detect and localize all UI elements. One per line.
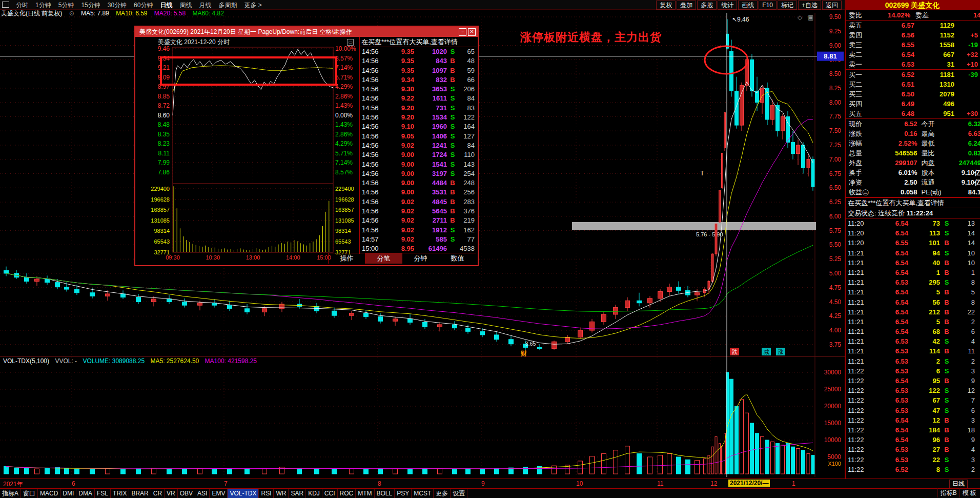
indicator-tab-设置[interactable]: 设置 [451, 489, 467, 498]
grid-icon[interactable] [2, 2, 9, 8]
svg-text:4.50: 4.50 [829, 298, 842, 306]
svg-text:196628: 196628 [151, 196, 170, 203]
period-menu-60分钟[interactable]: 60分钟 [130, 1, 156, 10]
svg-text:15000: 15000 [824, 420, 842, 427]
sidebar-tick-row: 11:216.53114B11 [846, 346, 980, 356]
top-right-menu: 复权叠加多股统计画线F10标记+自选返回 [655, 0, 842, 9]
period-menu-30分钟[interactable]: 30分钟 [104, 1, 130, 10]
sidebar-tick-row: 11:216.545B2 [846, 317, 980, 327]
period-menu-分时[interactable]: 分时 [12, 1, 32, 10]
toolbar-button-统计[interactable]: 统计 [718, 1, 737, 10]
ask-row: 卖一6.5331+10 [846, 59, 980, 69]
vol-ma5-value: MA5: 2527624.50 [151, 357, 199, 365]
restore-icon[interactable]: ▫ [459, 28, 466, 36]
close-icon[interactable]: ✕ [468, 28, 476, 36]
indicator-tab-TRIX[interactable]: TRIX [111, 489, 129, 498]
period-menu-15分钟[interactable]: 15分钟 [77, 1, 104, 10]
indicator-tab-ROC[interactable]: ROC [338, 489, 356, 498]
indicator-bar: 指标A窗口MACDDMIDMAFSLTRIXBRARCRVROBVASIEMVV… [0, 488, 980, 498]
sidebar-tick-row: 11:206.55101B14 [846, 238, 980, 248]
svg-text:8.72: 8.72 [158, 102, 170, 109]
toolbar-button-标记[interactable]: 标记 [778, 1, 797, 10]
indicator-tab-FSL[interactable]: FSL [95, 489, 111, 498]
svg-text:10000: 10000 [824, 436, 842, 444]
x-axis-next-month: 1 [792, 480, 795, 487]
period-menu-日线[interactable]: 日线 [156, 1, 176, 10]
indicator-tab-BOLL[interactable]: BOLL [375, 489, 395, 498]
period-menu-多周期[interactable]: 多周期 [215, 1, 240, 10]
svg-text:20000: 20000 [824, 403, 842, 410]
indicator-tab-RSI[interactable]: RSI [259, 489, 274, 498]
indicator-tab-PSY[interactable]: PSY [395, 489, 412, 498]
indicator-tab-DMA[interactable]: DMA [76, 489, 95, 498]
svg-text:131085: 131085 [151, 217, 170, 224]
indicator-group-窗口[interactable]: 窗口 [21, 489, 38, 498]
indicator-tab-EMV[interactable]: EMV [210, 489, 228, 498]
toolbar-button-叠加[interactable]: 叠加 [677, 1, 696, 10]
svg-text:65543: 65543 [154, 238, 170, 245]
indicator-tab-CCI[interactable]: CCI [322, 489, 338, 498]
toolbar-button-返回[interactable]: 返回 [822, 1, 842, 10]
chevron-down-icon[interactable]: ⊙ [69, 10, 74, 17]
indicator-tab-CR[interactable]: CR [151, 489, 165, 498]
period-menu-1分钟[interactable]: 1分钟 [32, 1, 55, 10]
period-menu-月线[interactable]: 月线 [195, 1, 215, 10]
indicator-tab-MTM[interactable]: MTM [356, 489, 374, 498]
ask-row: 卖五6.571129 [846, 21, 980, 30]
svg-text:7.99: 7.99 [158, 159, 170, 166]
period-button[interactable]: 日线 [949, 480, 968, 488]
indicator-tab-OBV[interactable]: OBV [178, 489, 195, 498]
indicator-tab-KDJ[interactable]: KDJ [306, 489, 322, 498]
svg-text:9.00: 9.00 [829, 42, 842, 49]
period-menu-周线[interactable]: 周线 [176, 1, 195, 10]
svg-text:163857: 163857 [335, 207, 354, 213]
svg-text:7.75: 7.75 [829, 113, 842, 120]
indicator-tab-SAR[interactable]: SAR [289, 489, 306, 498]
tick-panel-header[interactable]: 在买盘***位置有大买单,查看详情 [360, 37, 477, 47]
vol-ma100-value: MA100: 421598.25 [205, 357, 257, 365]
indicator-tab-更多[interactable]: 更多 [434, 489, 451, 498]
x-axis-bar: 2021年 6789101112 2021/12/20/— 1 日线 [0, 479, 980, 489]
tick-footer-tab-数值[interactable]: 数值 [439, 253, 476, 264]
sidebar-tick-row: 11:226.5367S7 [846, 395, 980, 405]
toolbar-button-画线[interactable]: 画线 [738, 1, 758, 10]
sidebar-tick-row: 11:216.5494S10 [846, 248, 980, 258]
indicator-group-指标A[interactable]: 指标A [0, 489, 21, 498]
toolbar-button-多股[interactable]: 多股 [697, 1, 717, 10]
indicator-tab-MACD[interactable]: MACD [38, 489, 60, 498]
indicator-tab-BRAR[interactable]: BRAR [129, 489, 151, 498]
indicator-right-指标B[interactable]: 指标B [937, 488, 959, 497]
top-menu-bar: 分时1分钟5分钟15分钟30分钟60分钟日线周线月线多周期更多 > 复权叠加多股… [0, 0, 980, 10]
indicator-tab-VR[interactable]: VR [165, 489, 178, 498]
sidebar-tick-row: 11:206.54113S14 [846, 228, 980, 238]
popup-tick-row: 14:579.02585S77 [360, 235, 477, 244]
tick-footer-tab-分钟[interactable]: 分钟 [402, 253, 439, 264]
indicator-tab-MCST[interactable]: MCST [412, 489, 434, 498]
sidebar-notice[interactable]: 在买盘***位置有大买单,查看详情 [846, 197, 980, 208]
indicator-tab-WR[interactable]: WR [274, 489, 289, 498]
svg-text:◇: ◇ [798, 14, 803, 21]
period-menu-5分钟[interactable]: 5分钟 [55, 1, 78, 10]
sidebar-tick-row: 11:226.5322S3 [846, 455, 980, 465]
svg-text:8.57%: 8.57% [335, 169, 353, 176]
svg-text:5.71%: 5.71% [335, 74, 353, 81]
indicator-right-模 板[interactable]: 模 板 [959, 488, 979, 497]
svg-text:10:30: 10:30 [206, 254, 220, 261]
tick-footer-tab-操作[interactable]: 操作 [328, 253, 365, 264]
svg-text:10.00%: 10.00% [335, 45, 356, 52]
toolbar-button-+自选[interactable]: +自选 [798, 1, 821, 10]
indicator-tab-ASI[interactable]: ASI [195, 489, 210, 498]
indicator-tab-VOL-TDX[interactable]: VOL-TDX [228, 489, 259, 498]
toolbar-button-F10[interactable]: F10 [759, 1, 777, 10]
popup-tick-row: 14:569.021241S84 [360, 141, 477, 150]
svg-text:98314: 98314 [335, 228, 351, 234]
period-menu-更多 >[interactable]: 更多 > [240, 1, 265, 10]
indicator-tab-DMI[interactable]: DMI [60, 489, 76, 498]
sidebar-tick-row: 11:226.528S2 [846, 465, 980, 474]
vol-indicator-name[interactable]: VOL-TDX(5,100) [3, 357, 49, 365]
tick-footer-tab-分笔[interactable]: 分笔 [365, 253, 402, 264]
svg-text:6.50: 6.50 [829, 184, 842, 191]
toolbar-button-复权[interactable]: 复权 [656, 1, 676, 10]
popup-tick-row: 14:569.34832B66 [360, 75, 477, 85]
popup-title-bar[interactable]: 美盛文化(002699) 2021年12月20日 星期一 PageUp/Down… [135, 27, 478, 37]
